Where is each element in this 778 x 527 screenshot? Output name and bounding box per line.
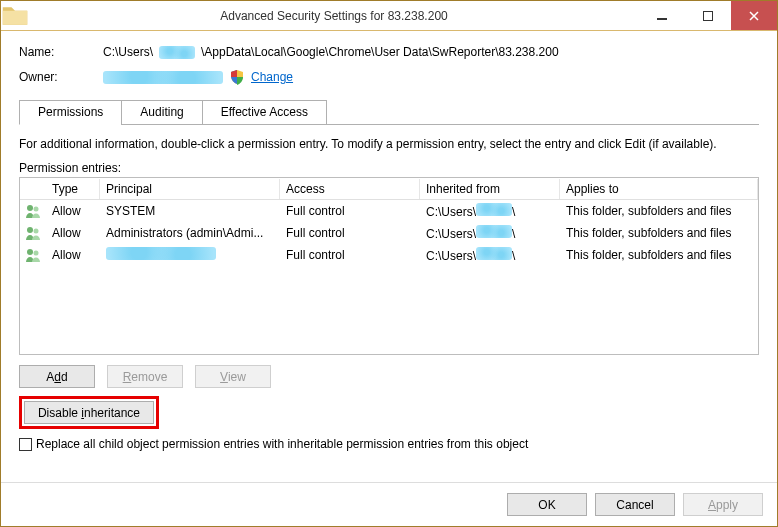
dialog-footer: OK Cancel Apply <box>1 482 777 526</box>
redacted-text <box>476 225 512 238</box>
users-icon <box>25 247 41 263</box>
entries-label: Permission entries: <box>19 161 759 175</box>
svg-point-5 <box>34 229 39 234</box>
cell-inherited: C:\Users\\ <box>420 223 560 243</box>
minimize-button[interactable] <box>639 1 685 30</box>
users-icon <box>25 225 41 241</box>
col-principal[interactable]: Principal <box>100 179 280 199</box>
shield-icon <box>229 69 245 85</box>
table-row[interactable]: AllowSYSTEMFull controlC:\Users\\This fo… <box>20 200 758 222</box>
security-settings-window: Advanced Security Settings for 83.238.20… <box>0 0 778 527</box>
tab-effective-access[interactable]: Effective Access <box>202 100 327 125</box>
cell-type: Allow <box>46 224 100 242</box>
svg-point-2 <box>27 205 33 211</box>
tab-strip: Permissions Auditing Effective Access <box>19 100 759 125</box>
cell-access: Full control <box>280 224 420 242</box>
svg-rect-0 <box>657 18 667 20</box>
replace-children-checkbox[interactable] <box>19 438 32 451</box>
svg-rect-1 <box>704 11 713 20</box>
users-icon <box>25 203 41 219</box>
cell-type: Allow <box>46 202 100 220</box>
name-label: Name: <box>19 45 103 59</box>
folder-icon <box>1 2 29 30</box>
redacted-text <box>476 247 512 260</box>
ok-button[interactable]: OK <box>507 493 587 516</box>
redacted-text <box>106 247 216 260</box>
close-button[interactable] <box>731 1 777 30</box>
cell-applies: This folder, subfolders and files <box>560 202 758 220</box>
list-header: Type Principal Access Inherited from App… <box>20 178 758 200</box>
tab-permissions[interactable]: Permissions <box>19 100 122 125</box>
name-row: Name: C:\Users\\AppData\Local\Google\Chr… <box>19 45 759 59</box>
replace-children-row: Replace all child object permission entr… <box>19 437 759 451</box>
change-owner-link[interactable]: Change <box>251 70 293 84</box>
table-row[interactable]: AllowFull controlC:\Users\\This folder, … <box>20 244 758 266</box>
permission-entries-list[interactable]: Type Principal Access Inherited from App… <box>19 177 759 355</box>
window-controls <box>639 1 777 30</box>
dialog-body: Name: C:\Users\\AppData\Local\Google\Chr… <box>1 31 777 482</box>
col-applies[interactable]: Applies to <box>560 179 758 199</box>
titlebar: Advanced Security Settings for 83.238.20… <box>1 1 777 31</box>
svg-point-3 <box>34 207 39 212</box>
redacted-text <box>476 203 512 216</box>
maximize-button[interactable] <box>685 1 731 30</box>
cell-inherited: C:\Users\\ <box>420 245 560 265</box>
col-access[interactable]: Access <box>280 179 420 199</box>
owner-value: Change <box>103 69 293 85</box>
replace-children-label: Replace all child object permission entr… <box>36 437 528 451</box>
window-title: Advanced Security Settings for 83.238.20… <box>29 9 639 23</box>
highlight-box: Disable inheritance <box>19 396 159 429</box>
apply-button: Apply <box>683 493 763 516</box>
owner-label: Owner: <box>19 70 103 84</box>
info-text: For additional information, double-click… <box>19 137 759 151</box>
col-type[interactable]: Type <box>46 179 100 199</box>
owner-row: Owner: Change <box>19 69 759 85</box>
cell-principal <box>100 245 280 265</box>
redacted-text <box>159 46 195 59</box>
table-row[interactable]: AllowAdministrators (admin\Admi...Full c… <box>20 222 758 244</box>
redacted-text <box>103 71 223 84</box>
col-inherited[interactable]: Inherited from <box>420 179 560 199</box>
cell-type: Allow <box>46 246 100 264</box>
cell-applies: This folder, subfolders and files <box>560 224 758 242</box>
remove-button: Remove <box>107 365 183 388</box>
disable-inheritance-button[interactable]: Disable inheritance <box>24 401 154 424</box>
cell-principal: SYSTEM <box>100 202 280 220</box>
svg-point-6 <box>27 249 33 255</box>
svg-point-4 <box>27 227 33 233</box>
cancel-button[interactable]: Cancel <box>595 493 675 516</box>
cell-applies: This folder, subfolders and files <box>560 246 758 264</box>
name-value: C:\Users\\AppData\Local\Google\Chrome\Us… <box>103 45 559 59</box>
entry-buttons: Add Remove View <box>19 365 759 388</box>
svg-point-7 <box>34 251 39 256</box>
cell-inherited: C:\Users\\ <box>420 201 560 221</box>
cell-access: Full control <box>280 246 420 264</box>
tab-auditing[interactable]: Auditing <box>121 100 202 125</box>
cell-access: Full control <box>280 202 420 220</box>
cell-principal: Administrators (admin\Admi... <box>100 224 280 242</box>
add-button[interactable]: Add <box>19 365 95 388</box>
view-button: View <box>195 365 271 388</box>
